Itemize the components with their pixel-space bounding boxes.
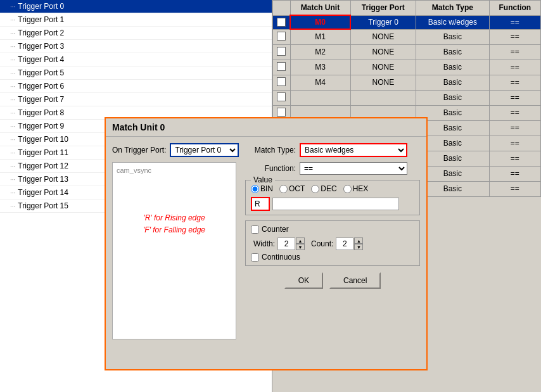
function-label: Function: xyxy=(245,164,296,173)
dec-label: DEC xyxy=(321,184,336,193)
unit-cell xyxy=(290,90,350,105)
continuous-checkbox[interactable] xyxy=(251,253,259,262)
counter-fields: Width: ▲ ▼ Count: xyxy=(251,237,414,250)
unit-cell: M0 xyxy=(290,15,350,29)
count-spinner-buttons: ▲ ▼ xyxy=(354,237,363,250)
trigger-port-item[interactable]: Trigger Port 1 xyxy=(0,13,272,27)
trigger-port-item[interactable]: Trigger Port 2 xyxy=(0,27,272,40)
bin-radio[interactable] xyxy=(251,185,259,193)
table-row[interactable]: ✔M0Trigger 0Basic w/edges== xyxy=(273,15,541,29)
dec-radio[interactable] xyxy=(311,185,319,193)
trigger-cell: NONE xyxy=(350,29,416,44)
trigger-port-item[interactable]: Trigger Port 3 xyxy=(0,40,272,53)
trigger-port-item[interactable]: Trigger Port 4 xyxy=(0,53,272,66)
match-type-cell: Basic xyxy=(416,75,490,90)
table-row[interactable]: M2NONEBasic== xyxy=(273,44,541,60)
rising-hint: 'R' for Rising edge xyxy=(143,213,205,222)
counter-group: Counter Width: ▲ ▼ Cou xyxy=(245,220,420,266)
continuous-row: Continuous xyxy=(251,253,414,262)
function-row: Function: == != xyxy=(245,162,420,175)
unchecked-checkbox[interactable] xyxy=(277,108,286,117)
match-unit-header: Match Unit xyxy=(290,1,350,16)
count-spinner: ▲ ▼ xyxy=(336,237,363,250)
width-field: Width: ▲ ▼ xyxy=(253,237,305,250)
value-long-input[interactable] xyxy=(272,198,399,210)
function-cell: == xyxy=(489,90,540,105)
trigger-cell: NONE xyxy=(350,75,416,90)
function-select[interactable]: == != xyxy=(300,162,407,175)
ok-button[interactable]: OK xyxy=(284,272,323,289)
function-cell: == xyxy=(489,105,540,120)
cancel-button[interactable]: Cancel xyxy=(329,272,381,289)
trigger-port-item[interactable]: Trigger Port 0 xyxy=(0,0,272,13)
dialog-left-panel: On Trigger Port: Trigger Port 0 cam_vsyn… xyxy=(112,143,239,339)
unit-cell: M2 xyxy=(290,44,350,60)
width-up-button[interactable]: ▲ xyxy=(296,237,305,244)
dec-radio-item: DEC xyxy=(311,184,336,193)
oct-radio-item: OCT xyxy=(279,184,305,193)
unchecked-checkbox[interactable] xyxy=(277,77,286,86)
function-header: Function xyxy=(489,1,540,16)
function-cell: == xyxy=(489,44,540,60)
oct-radio[interactable] xyxy=(279,185,288,193)
row-checkbox-cell xyxy=(273,75,291,90)
match-type-cell: Basic w/edges xyxy=(416,15,490,29)
table-row[interactable]: M3NONEBasic== xyxy=(273,60,541,75)
unit-cell: M4 xyxy=(290,75,350,90)
hex-label: HEX xyxy=(353,184,369,193)
match-type-cell: Basic xyxy=(416,29,490,44)
oct-label: OCT xyxy=(289,184,305,193)
trigger-cell xyxy=(350,90,416,105)
checkbox-col-header xyxy=(273,1,291,16)
table-row[interactable]: M4NONEBasic== xyxy=(273,75,541,90)
match-type-cell: Basic xyxy=(416,44,490,60)
value-group: Value BIN OCT DEC xyxy=(245,180,420,215)
checked-checkbox[interactable]: ✔ xyxy=(277,18,286,27)
trigger-cell: NONE xyxy=(350,44,416,60)
radio-row: BIN OCT DEC HEX xyxy=(251,184,414,193)
value-short-input[interactable] xyxy=(251,197,270,211)
trigger-cell: NONE xyxy=(350,60,416,75)
table-row[interactable]: Basic== xyxy=(273,90,541,105)
table-row[interactable]: M1NONEBasic== xyxy=(273,29,541,44)
function-cell: == xyxy=(489,151,540,166)
signal-box: cam_vsync 'R' for Rising edge 'F' for Fa… xyxy=(112,162,236,339)
dialog-right-panel: Match Type: Basic w/edges Basic Function… xyxy=(245,143,420,339)
width-input[interactable] xyxy=(277,237,295,250)
unchecked-checkbox[interactable] xyxy=(277,62,286,71)
count-input[interactable] xyxy=(336,237,353,250)
count-label: Count: xyxy=(311,239,333,248)
row-checkbox-cell xyxy=(273,90,291,105)
counter-label: Counter xyxy=(262,225,289,234)
width-spinner: ▲ ▼ xyxy=(277,237,305,250)
function-cell: == xyxy=(489,120,540,136)
unchecked-checkbox[interactable] xyxy=(277,32,286,41)
trigger-port-item[interactable]: Trigger Port 7 xyxy=(0,93,272,106)
unit-cell: M3 xyxy=(290,60,350,75)
match-type-cell: Basic xyxy=(416,60,490,75)
count-down-button[interactable]: ▼ xyxy=(354,244,363,250)
trigger-port-select[interactable]: Trigger Port 0 xyxy=(170,143,239,157)
unchecked-checkbox[interactable] xyxy=(277,92,286,101)
bin-label: BIN xyxy=(260,184,273,193)
function-cell: == xyxy=(489,136,540,151)
unit-cell: M1 xyxy=(290,29,350,44)
trigger-port-label: On Trigger Port: xyxy=(112,146,166,155)
count-up-button[interactable]: ▲ xyxy=(354,237,363,244)
dialog-body: On Trigger Port: Trigger Port 0 cam_vsyn… xyxy=(106,137,426,346)
counter-checkbox[interactable] xyxy=(251,225,259,234)
counter-legend-row: Counter xyxy=(251,225,414,234)
dialog-title-bar: Match Unit 0 xyxy=(106,118,426,137)
function-cell: == xyxy=(489,181,540,196)
value-group-legend: Value xyxy=(251,175,275,184)
unchecked-checkbox[interactable] xyxy=(277,47,286,56)
hex-radio[interactable] xyxy=(343,185,352,193)
row-checkbox-cell xyxy=(273,29,291,44)
width-down-button[interactable]: ▼ xyxy=(296,244,305,250)
width-spinner-buttons: ▲ ▼ xyxy=(296,237,305,250)
match-type-select[interactable]: Basic w/edges Basic xyxy=(300,143,407,157)
trigger-port-item[interactable]: Trigger Port 5 xyxy=(0,66,272,80)
trigger-port-row: On Trigger Port: Trigger Port 0 xyxy=(112,143,239,157)
match-type-label: Match Type: xyxy=(245,146,296,155)
trigger-port-item[interactable]: Trigger Port 6 xyxy=(0,80,272,93)
